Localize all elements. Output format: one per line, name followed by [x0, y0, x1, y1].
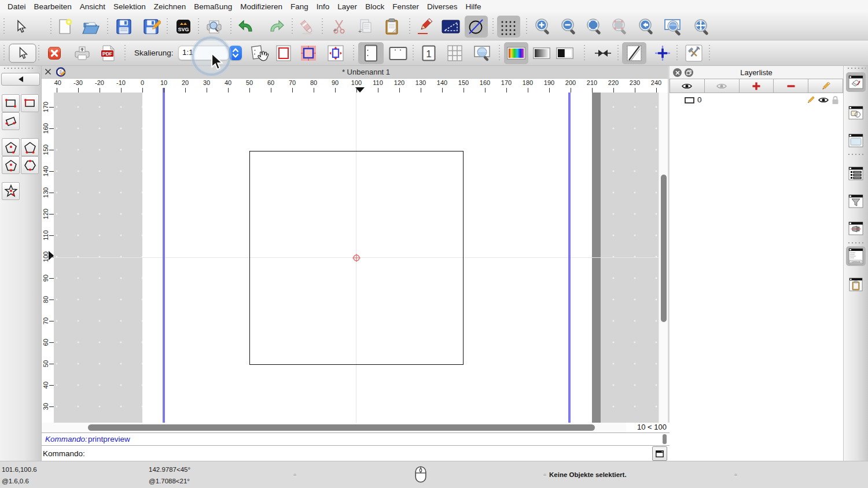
settings-icon[interactable] — [685, 45, 703, 62]
tool-polygon-side[interactable] — [21, 156, 39, 174]
center-drawing-icon[interactable] — [594, 47, 612, 59]
crosshair-icon[interactable] — [654, 45, 671, 61]
menu-hilfe[interactable]: Hilfe — [465, 2, 481, 11]
layer-edit-icon[interactable] — [806, 95, 815, 105]
landscape-icon[interactable] — [389, 46, 407, 61]
multiple-pages-icon[interactable] — [300, 45, 317, 62]
print-preview-icon[interactable] — [205, 19, 223, 35]
zoom-selection-icon[interactable] — [611, 17, 630, 36]
add-layer-button[interactable] — [740, 79, 774, 93]
show-paper-borders-icon[interactable] — [276, 45, 291, 62]
tab-title[interactable]: * Unbenannt 1 — [42, 68, 670, 76]
scale-stepper[interactable] — [229, 46, 242, 60]
vertical-scrollbar-thumb[interactable] — [661, 175, 667, 322]
menu-fang[interactable]: Fang — [290, 2, 308, 11]
pointer-active-button[interactable] — [9, 44, 36, 63]
zoom-window-icon[interactable] — [663, 17, 684, 36]
hide-all-layers-button[interactable] — [705, 79, 740, 93]
pdf-export-icon[interactable]: PDF — [101, 45, 116, 61]
save-as-icon[interactable] — [144, 19, 161, 35]
copy-icon[interactable]: + — [356, 18, 374, 35]
menu-diverses[interactable]: Diverses — [427, 2, 458, 11]
menu-bearbeiten[interactable]: Bearbeiten — [34, 2, 72, 11]
menu-ansicht[interactable]: Ansicht — [80, 2, 105, 11]
layer-list-toggle[interactable] — [846, 72, 866, 92]
layer-row[interactable]: 0 — [670, 94, 843, 106]
zoom-previous-icon[interactable] — [638, 17, 656, 36]
zoom-auto-icon[interactable] — [586, 17, 604, 36]
draw-pencil-icon[interactable] — [416, 18, 433, 35]
menu-layer[interactable]: Layer — [337, 2, 357, 11]
horizontal-scrollbar[interactable]: 10 < 100 — [42, 423, 670, 432]
black-white-icon[interactable] — [556, 47, 573, 59]
command-window-button[interactable] — [652, 446, 667, 461]
portrait-icon[interactable] — [358, 42, 384, 64]
grayscale-icon[interactable] — [533, 47, 550, 59]
menu-modifizieren[interactable]: Modifizieren — [240, 2, 282, 11]
tool-rectangle-2-points[interactable] — [2, 94, 20, 112]
clipboard-viewer-toggle[interactable] — [846, 275, 866, 294]
fit-to-page-icon[interactable] — [328, 45, 344, 62]
command-line-toggle[interactable]: command — [846, 246, 866, 266]
edit-layer-button[interactable] — [808, 79, 843, 93]
redo-icon[interactable] — [268, 19, 285, 34]
save-icon[interactable] — [116, 19, 132, 35]
tool-polygon-center-side[interactable] — [2, 156, 20, 174]
tool-star[interactable] — [2, 182, 20, 200]
history-scrollbar-thumb[interactable] — [663, 434, 667, 444]
draft-mode-icon[interactable] — [622, 42, 646, 64]
block-list-toggle[interactable] — [846, 103, 866, 123]
tool-polygon-2-vertices[interactable] — [21, 138, 39, 156]
menu-block[interactable]: Block — [365, 2, 384, 11]
menu-info[interactable]: Info — [317, 2, 330, 11]
menu-bar: DateiBearbeitenAnsichtSelektionZeichnenB… — [0, 0, 868, 13]
tool-rectangle-3-points[interactable] — [2, 112, 20, 130]
print-icon[interactable] — [73, 46, 91, 61]
selection-filter-toggle[interactable] — [846, 164, 866, 183]
property-filter-toggle[interactable] — [846, 191, 866, 211]
library-browser-toggle[interactable] — [846, 131, 866, 150]
drawing-canvas[interactable] — [54, 93, 659, 423]
eraser-icon[interactable] — [299, 19, 316, 35]
move-paper-icon[interactable] — [251, 45, 269, 62]
grid-toggle-icon[interactable] — [497, 16, 520, 38]
zoom-in-icon[interactable] — [534, 17, 553, 36]
ruler-h-tick — [635, 88, 635, 93]
construction-mode-icon[interactable] — [465, 16, 488, 38]
command-input-row[interactable]: Kommando: — [42, 445, 670, 461]
svg-export-icon[interactable]: SVG — [175, 19, 192, 35]
paste-icon[interactable] — [384, 18, 400, 35]
ruler-horizontal: -40-30-20-100102030405060708090100110120… — [54, 79, 670, 93]
undo-icon[interactable] — [237, 19, 255, 34]
cut-icon[interactable]: + — [331, 18, 348, 35]
view-list-toggle[interactable] — [846, 219, 866, 238]
menu-datei[interactable]: Datei — [8, 2, 26, 11]
menu-bemaung[interactable]: Bemaßung — [194, 2, 232, 11]
layer-lock-icon[interactable] — [832, 95, 839, 105]
menu-zeichnen[interactable]: Zeichnen — [154, 2, 186, 11]
layer-visible-icon[interactable] — [818, 97, 829, 103]
zoom-out-icon[interactable] — [560, 17, 579, 36]
restrict-angle-icon[interactable] — [442, 20, 460, 34]
vertical-scrollbar[interactable] — [659, 93, 668, 423]
back-button[interactable] — [1, 73, 40, 86]
page-grid-icon[interactable] — [447, 45, 462, 61]
show-all-layers-button[interactable] — [670, 79, 705, 93]
separator — [499, 44, 500, 62]
zoom-pan-icon[interactable] — [692, 17, 712, 36]
pointer-icon[interactable] — [13, 19, 28, 34]
new-file-icon[interactable] — [56, 18, 73, 35]
drag-handle[interactable] — [847, 68, 866, 69]
open-file-icon[interactable] — [82, 19, 100, 36]
full-color-icon[interactable] — [504, 42, 528, 64]
drag-handle[interactable] — [3, 68, 35, 69]
tool-rectangle-size[interactable] — [21, 94, 39, 112]
zoom-page-icon[interactable] — [473, 45, 492, 62]
horizontal-scrollbar-thumb[interactable] — [88, 424, 595, 431]
tool-polygon-center-vertex[interactable] — [2, 138, 20, 156]
menu-fenster[interactable]: Fenster — [392, 2, 419, 11]
first-page-icon[interactable]: 1 — [422, 45, 436, 61]
remove-layer-button[interactable] — [774, 79, 808, 93]
menu-selektion[interactable]: Selektion — [113, 2, 146, 11]
close-print-preview-icon[interactable] — [47, 46, 61, 60]
